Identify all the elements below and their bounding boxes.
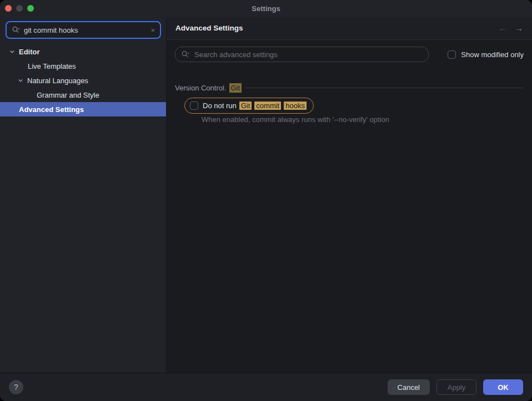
highlight-git: Git bbox=[239, 101, 252, 110]
window-title: Settings bbox=[0, 0, 532, 17]
main-content: Show modified only Version Control. Git … bbox=[167, 40, 532, 373]
highlight-commit: commit bbox=[254, 101, 281, 110]
setting-checkbox[interactable] bbox=[190, 101, 198, 110]
setting-do-not-run-git-commit-hooks[interactable]: Do not run Git commit hooks bbox=[184, 98, 314, 114]
chevron-down-icon[interactable] bbox=[17, 78, 23, 83]
cancel-button[interactable]: Cancel bbox=[388, 379, 430, 395]
sidebar-item-grammar-and-style[interactable]: Grammar and Style bbox=[0, 88, 166, 102]
section-divider bbox=[246, 88, 524, 88]
sidebar-search-field[interactable]: × bbox=[6, 21, 161, 39]
advanced-search-input[interactable] bbox=[193, 50, 423, 59]
section-label: Version Control. bbox=[175, 84, 227, 92]
advanced-search-field[interactable] bbox=[175, 47, 429, 62]
show-modified-label: Show modified only bbox=[461, 50, 524, 59]
sidebar-item-live-templates[interactable]: Live Templates bbox=[0, 59, 166, 73]
show-modified-checkbox[interactable] bbox=[448, 50, 456, 59]
apply-button[interactable]: Apply bbox=[436, 379, 476, 395]
sidebar-item-editor[interactable]: Editor bbox=[0, 44, 166, 59]
tree-item-label: Live Templates bbox=[28, 62, 76, 70]
show-modified-only[interactable]: Show modified only bbox=[448, 50, 524, 59]
back-arrow-icon[interactable]: ← bbox=[499, 23, 507, 33]
settings-window: Settings × bbox=[0, 0, 532, 401]
sidebar-item-advanced-settings[interactable]: Advanced Settings bbox=[0, 102, 166, 116]
sidebar-item-natural-languages[interactable]: Natural Languages bbox=[0, 73, 166, 88]
settings-tree: Editor Live Templates Natural Languages … bbox=[0, 44, 166, 116]
tree-item-label: Editor bbox=[19, 48, 40, 56]
settings-sidebar: × Editor Live Templates Natural Language bbox=[0, 17, 167, 373]
search-icon bbox=[181, 50, 190, 59]
sidebar-search-input[interactable] bbox=[24, 26, 147, 34]
tree-item-label: Natural Languages bbox=[27, 77, 88, 85]
section-header-version-control-git: Version Control. Git bbox=[175, 83, 524, 93]
forward-arrow-icon[interactable]: → bbox=[515, 23, 523, 33]
tree-item-label: Advanced Settings bbox=[19, 105, 84, 114]
highlight-hooks: hooks bbox=[284, 101, 307, 110]
setting-description: When enabled, commit always runs with '-… bbox=[202, 115, 524, 124]
main-header: Advanced Settings ← → bbox=[167, 17, 532, 40]
section-highlight: Git bbox=[229, 83, 242, 93]
ok-button[interactable]: OK bbox=[483, 379, 523, 395]
help-button[interactable]: ? bbox=[9, 380, 23, 394]
page-title: Advanced Settings bbox=[175, 24, 243, 32]
main-panel: Advanced Settings ← → bbox=[167, 17, 532, 373]
setting-label: Do not run Git commit hooks bbox=[203, 101, 307, 110]
search-icon bbox=[12, 26, 21, 34]
titlebar: Settings bbox=[0, 0, 532, 17]
clear-search-icon[interactable]: × bbox=[150, 26, 155, 34]
chevron-down-icon[interactable] bbox=[9, 49, 15, 54]
footer: ? Cancel Apply OK bbox=[0, 373, 532, 401]
tree-item-label: Grammar and Style bbox=[37, 91, 99, 99]
